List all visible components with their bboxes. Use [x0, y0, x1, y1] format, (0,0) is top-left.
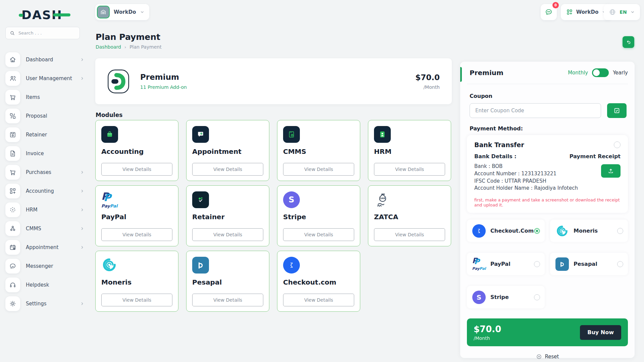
- module-card-hrm: HRM View Details: [368, 120, 451, 181]
- module-card-zatca: SAR ZATCA View Details: [368, 185, 451, 246]
- chevron-down-icon: [140, 10, 145, 14]
- workspace-name: WorkDo: [114, 9, 136, 15]
- chat-bubble-icon: [545, 8, 553, 16]
- upload-receipt-button[interactable]: [601, 164, 621, 178]
- back-button[interactable]: [623, 36, 634, 48]
- headset-icon: [5, 278, 20, 292]
- paypal-logo-icon: PP PayPal: [472, 257, 486, 271]
- sidebar-item-user-management[interactable]: User Management: [0, 69, 91, 88]
- view-details-button[interactable]: View Details: [374, 228, 445, 241]
- sidebar-item-invoice[interactable]: Invoice: [0, 144, 91, 163]
- workspace-selector[interactable]: WorkDo: [95, 4, 149, 20]
- view-details-button[interactable]: View Details: [101, 228, 172, 241]
- gateway-radio-selected[interactable]: [534, 228, 540, 234]
- view-details-button[interactable]: View Details: [283, 163, 354, 176]
- gateway-grid: Checkout.Com Moneris PP PayPal PayPal: [467, 220, 628, 308]
- hrm-module-icon: [374, 126, 391, 143]
- bank-details-label: Bank Details :: [474, 153, 517, 160]
- plan-summary-card: Premium 11 Premium Add-on $70.0 /Month: [95, 58, 452, 104]
- bank-transfer-card: Bank Transfer Bank Details : Payment Rec…: [467, 135, 628, 213]
- gateway-stripe[interactable]: S Stripe: [467, 286, 545, 308]
- breadcrumb-dashboard-link[interactable]: Dashboard: [96, 44, 121, 50]
- sidebar-item-label: Items: [26, 94, 85, 100]
- chat-badge: 0: [552, 2, 559, 8]
- language-selector[interactable]: EN: [604, 4, 640, 20]
- sidebar-item-purchases[interactable]: Purchases: [0, 163, 91, 182]
- zatca-sar-icon: SAR: [374, 191, 391, 209]
- sidebar-item-accounting[interactable]: Accounting: [0, 182, 91, 200]
- sidebar-item-helpdesk[interactable]: Helpdesk: [0, 276, 91, 294]
- sidebar-item-settings[interactable]: Settings: [0, 294, 91, 313]
- gateway-name: Moneris: [574, 228, 598, 234]
- billing-yearly-label[interactable]: Yearly: [613, 70, 628, 76]
- sidebar-item-proposal[interactable]: Proposal: [0, 107, 91, 125]
- sidebar-item-label: Invoice: [26, 150, 85, 157]
- chevron-right-icon: [80, 207, 85, 212]
- plan-addon-link[interactable]: 11 Premium Add-on: [140, 84, 187, 90]
- reset-label: Reset: [545, 354, 559, 360]
- search-input[interactable]: [18, 30, 75, 36]
- gateway-paypal[interactable]: PP PayPal PayPal: [467, 253, 545, 275]
- breadcrumb-separator: ›: [124, 45, 126, 50]
- save-icon: [5, 127, 20, 142]
- plan-price: $70.0: [415, 73, 440, 82]
- bank-transfer-radio[interactable]: [614, 141, 621, 148]
- messenger-button[interactable]: 0: [541, 4, 557, 20]
- bank-name-line: Bank : BOB: [474, 163, 578, 170]
- chevron-right-icon: [80, 245, 85, 250]
- chevron-right-icon: [80, 76, 85, 81]
- ifsc-code-line: IFSC Code : UTTAR PRADESH: [474, 178, 578, 185]
- buy-now-button[interactable]: Buy Now: [580, 325, 621, 340]
- view-details-button[interactable]: View Details: [283, 294, 354, 306]
- search-icon: [10, 31, 15, 36]
- bank-transfer-title: Bank Transfer: [474, 141, 524, 148]
- breadcrumb-current: Plan Payment: [129, 44, 162, 50]
- gateway-name: Checkout.Com: [490, 228, 534, 234]
- sidebar-item-label: Settings: [26, 301, 80, 307]
- gateway-radio[interactable]: [534, 261, 540, 267]
- gateway-name: Stripe: [490, 294, 509, 300]
- cmms-module-icon: [283, 126, 300, 143]
- view-details-button[interactable]: View Details: [192, 294, 263, 306]
- nodes-icon: [5, 221, 20, 236]
- sidebar-item-dashboard[interactable]: Dashboard: [0, 50, 91, 69]
- billing-monthly-label[interactable]: Monthly: [568, 70, 588, 76]
- gateway-radio[interactable]: [534, 294, 540, 300]
- view-details-button[interactable]: View Details: [192, 228, 263, 241]
- sidebar-item-label: Appointment: [26, 244, 80, 250]
- checkout-panel: Premium Monthly Yearly Coupon Payment Me…: [460, 62, 635, 358]
- gateway-pesapal[interactable]: Pesapal: [550, 253, 628, 275]
- apply-coupon-button[interactable]: [607, 103, 627, 118]
- view-details-button[interactable]: View Details: [192, 163, 263, 176]
- gateway-moneris[interactable]: Moneris: [550, 220, 628, 242]
- pesapal-logo-icon: [555, 257, 569, 271]
- gateway-radio[interactable]: [617, 261, 623, 267]
- module-card-stripe: S Stripe View Details: [277, 185, 360, 246]
- sidebar-item-messenger[interactable]: Messenger: [0, 257, 91, 276]
- chevron-right-icon: [80, 301, 85, 306]
- view-details-button[interactable]: View Details: [283, 228, 354, 241]
- sidebar-item-appointment[interactable]: Appointment: [0, 238, 91, 257]
- reset-button[interactable]: Reset: [467, 354, 628, 360]
- sidebar-item-retainer[interactable]: Retainer: [0, 125, 91, 144]
- module-card-cmms: CMMS View Details: [277, 120, 360, 181]
- account-holder-line: Account Holder Name : Rajodiya Infotech: [474, 185, 578, 192]
- dash-logo[interactable]: DASH: [21, 7, 62, 22]
- view-details-button[interactable]: View Details: [101, 163, 172, 176]
- sidebar-item-hrm[interactable]: HRM: [0, 200, 91, 219]
- view-details-button[interactable]: View Details: [374, 163, 445, 176]
- billing-toggle[interactable]: [592, 68, 609, 77]
- accounting-module-icon: [101, 126, 118, 143]
- coupon-input[interactable]: [470, 103, 601, 118]
- sidebar-item-cmms[interactable]: CMMS: [0, 219, 91, 238]
- sidebar-item-items[interactable]: Items: [0, 88, 91, 107]
- sidebar-search[interactable]: [5, 27, 80, 39]
- pesapal-logo-icon: [192, 257, 209, 274]
- panel-plan-name: Premium: [470, 69, 503, 77]
- total-period: /Month: [474, 336, 501, 341]
- gateway-checkout[interactable]: Checkout.Com: [467, 220, 545, 242]
- grid-plus-icon: [5, 184, 20, 198]
- gateway-radio[interactable]: [617, 228, 623, 234]
- view-details-button[interactable]: View Details: [101, 294, 172, 306]
- sidebar-item-label: Dashboard: [26, 57, 80, 63]
